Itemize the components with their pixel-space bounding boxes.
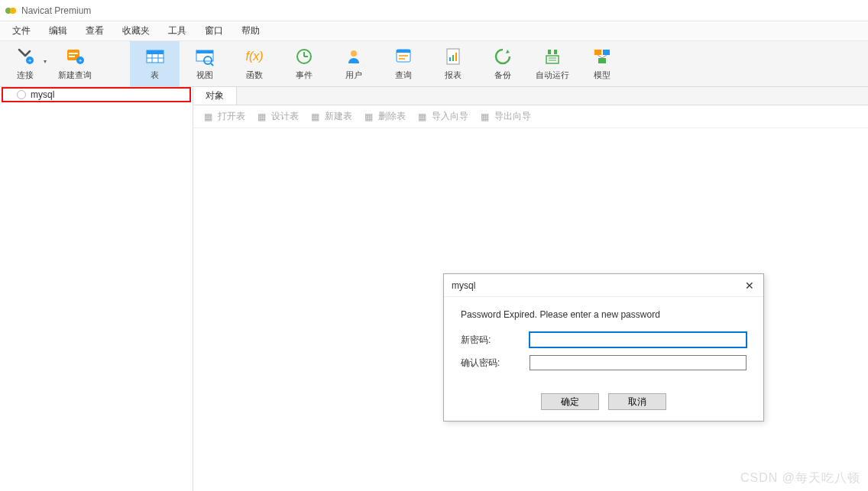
sidebar: mysql — [0, 87, 193, 491]
tool-function[interactable]: f(x) 函数 — [229, 41, 279, 86]
tool-table[interactable]: 表 — [130, 41, 180, 86]
export-icon: ▦ — [481, 111, 491, 122]
menu-help[interactable]: 帮助 — [232, 21, 269, 40]
sub-new-table[interactable]: ▦新建表 — [306, 108, 357, 124]
svg-point-22 — [351, 50, 357, 57]
new-table-icon: ▦ — [311, 111, 322, 122]
svg-point-1 — [10, 8, 16, 14]
connect-icon: + — [15, 47, 36, 66]
svg-text:+: + — [78, 57, 82, 64]
sub-delete-table[interactable]: ▦删除表 — [360, 108, 410, 124]
ok-button[interactable]: 确定 — [541, 393, 599, 410]
menu-favorites[interactable]: 收藏夹 — [113, 21, 159, 40]
watermark: CSDN @每天吃八顿 — [740, 470, 860, 486]
confirm-password-label: 确认密码: — [461, 357, 530, 370]
svg-rect-15 — [196, 50, 213, 53]
svg-rect-6 — [69, 56, 75, 57]
open-table-icon: ▦ — [204, 111, 215, 122]
dialog-body: Password Expired. Please enter a new pas… — [444, 297, 763, 387]
tab-objects[interactable]: 对象 — [193, 87, 237, 105]
sub-export-wizard[interactable]: ▦导出向导 — [476, 108, 536, 124]
svg-rect-5 — [69, 53, 78, 54]
tool-new-query[interactable]: + 新建查询 — [50, 41, 99, 86]
new-password-label: 新密码: — [461, 334, 530, 347]
menu-tools[interactable]: 工具 — [159, 21, 196, 40]
menu-view[interactable]: 查看 — [76, 21, 113, 40]
delete-table-icon: ▦ — [364, 111, 375, 122]
tool-backup[interactable]: 备份 — [478, 41, 527, 86]
dialog-close-button[interactable]: ✕ — [742, 279, 757, 292]
svg-rect-33 — [546, 56, 559, 63]
svg-rect-32 — [554, 50, 557, 54]
svg-rect-28 — [449, 57, 451, 61]
sub-import-wizard[interactable]: ▦导入向导 — [413, 108, 473, 124]
dialog-buttons: 确定 取消 — [444, 387, 763, 421]
cancel-button[interactable]: 取消 — [608, 393, 666, 410]
tool-query[interactable]: 查询 — [378, 41, 428, 86]
table-icon — [144, 47, 166, 66]
main-toolbar: + 连接 ▾ + 新建查询 表 视图 f(x) 函数 事件 用户 查询 报表 备… — [0, 41, 868, 87]
dialog-title-text: mysql — [452, 280, 475, 291]
svg-line-40 — [602, 55, 607, 58]
svg-rect-36 — [594, 50, 601, 55]
confirm-password-input[interactable] — [530, 355, 747, 370]
import-icon: ▦ — [418, 111, 429, 122]
tool-autorun[interactable]: 自动运行 — [527, 41, 577, 86]
tool-model[interactable]: 模型 — [577, 41, 627, 86]
query-icon — [393, 47, 414, 66]
menu-edit[interactable]: 编辑 — [40, 21, 76, 40]
svg-rect-31 — [548, 50, 551, 54]
svg-text:f(x): f(x) — [245, 50, 263, 63]
backup-icon — [492, 47, 513, 66]
sub-toolbar: ▦打开表 ▦设计表 ▦新建表 ▦删除表 ▦导入向导 ▦导出向导 — [193, 105, 868, 128]
password-expired-dialog: mysql ✕ Password Expired. Please enter a… — [443, 273, 764, 422]
svg-rect-24 — [397, 50, 410, 53]
connection-label: mysql — [31, 89, 54, 100]
menubar: 文件 编辑 查看 收藏夹 工具 窗口 帮助 — [0, 21, 868, 41]
tool-report[interactable]: 报表 — [428, 41, 478, 86]
chevron-down-icon: ▾ — [44, 58, 47, 65]
user-icon — [343, 47, 364, 66]
svg-rect-38 — [598, 58, 606, 63]
dialog-message: Password Expired. Please enter a new pas… — [461, 309, 747, 320]
new-password-input[interactable] — [530, 332, 747, 347]
sub-open-table[interactable]: ▦打开表 — [199, 108, 250, 124]
tool-user[interactable]: 用户 — [329, 41, 378, 86]
sub-design-table[interactable]: ▦设计表 — [253, 108, 303, 124]
sidebar-connection-mysql[interactable]: mysql — [2, 87, 191, 102]
window-title: Navicat Premium — [21, 5, 91, 16]
event-icon — [293, 47, 315, 66]
window-titlebar: Navicat Premium — [0, 0, 868, 21]
tool-connect[interactable]: + 连接 ▾ — [0, 41, 50, 86]
svg-rect-30 — [455, 53, 457, 61]
view-icon — [194, 47, 215, 66]
report-icon — [442, 47, 464, 66]
tool-event[interactable]: 事件 — [279, 41, 329, 86]
tabbar: 对象 — [193, 87, 868, 105]
dialog-titlebar: mysql ✕ — [444, 274, 763, 297]
new-query-icon: + — [64, 47, 86, 66]
model-icon — [591, 47, 613, 66]
svg-rect-37 — [603, 50, 610, 55]
autorun-icon — [542, 47, 563, 66]
tool-view[interactable]: 视图 — [180, 41, 229, 86]
menu-window[interactable]: 窗口 — [196, 21, 232, 40]
svg-rect-29 — [452, 55, 454, 61]
svg-line-17 — [211, 63, 213, 66]
svg-text:+: + — [28, 57, 31, 64]
app-logo-icon — [5, 5, 17, 17]
svg-line-39 — [598, 55, 602, 58]
function-icon: f(x) — [244, 47, 265, 66]
menu-file[interactable]: 文件 — [3, 21, 40, 40]
svg-rect-10 — [147, 50, 164, 54]
database-icon — [17, 90, 26, 99]
design-table-icon: ▦ — [257, 111, 268, 122]
